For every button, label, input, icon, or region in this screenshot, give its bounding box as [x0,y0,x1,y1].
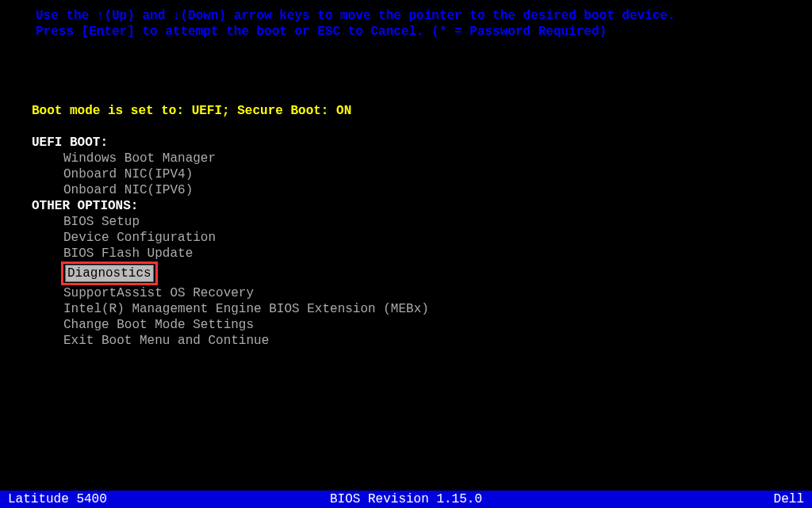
boot-mode-status: Boot mode is set to: UEFI; Secure Boot: … [0,103,812,119]
boot-item-change-boot-mode[interactable]: Change Boot Mode Settings [32,317,780,333]
up-arrow-icon: ↑(Up) [97,9,135,23]
boot-item-windows-boot-manager[interactable]: Windows Boot Manager [32,151,780,166]
boot-item-bios-setup[interactable]: BIOS Setup [32,214,780,230]
status-vendor: Dell [538,491,804,507]
boot-item-onboard-nic-ipv6[interactable]: Onboard NIC(IPV6) [32,182,780,198]
instructions-line2: Press [Enter] to attempt the boot or ESC… [36,24,776,40]
boot-item-exit-boot-menu[interactable]: Exit Boot Menu and Continue [32,333,780,349]
status-bios-revision: BIOS Revision 1.15.0 [274,491,539,507]
diagnostics-highlight-box: Diagnostics [61,262,158,285]
boot-item-supportassist-os-recovery[interactable]: SupportAssist OS Recovery [32,285,780,301]
down-arrow-icon: ↓(Down) [173,9,226,23]
other-options-header: OTHER OPTIONS: [32,198,780,214]
instructions-line1-p3: arrow keys to move the pointer to the de… [226,9,676,23]
uefi-boot-header: UEFI BOOT: [32,135,780,151]
boot-item-onboard-nic-ipv4[interactable]: Onboard NIC(IPV4) [32,166,780,182]
boot-item-diagnostics[interactable]: Diagnostics [65,265,154,282]
instructions-line1-p1: Use the [36,9,97,23]
boot-item-device-configuration[interactable]: Device Configuration [32,230,780,246]
instructions-text: Use the ↑(Up) and ↓(Down) arrow keys to … [0,0,812,40]
status-model: Latitude 5400 [8,491,274,507]
boot-item-bios-flash-update[interactable]: BIOS Flash Update [32,246,780,262]
boot-item-mebx[interactable]: Intel(R) Management Engine BIOS Extensio… [32,301,780,317]
instructions-line1-p2: and [135,9,173,23]
status-bar: Latitude 5400 BIOS Revision 1.15.0 Dell [0,491,812,508]
boot-menu: UEFI BOOT: Windows Boot Manager Onboard … [0,135,812,349]
